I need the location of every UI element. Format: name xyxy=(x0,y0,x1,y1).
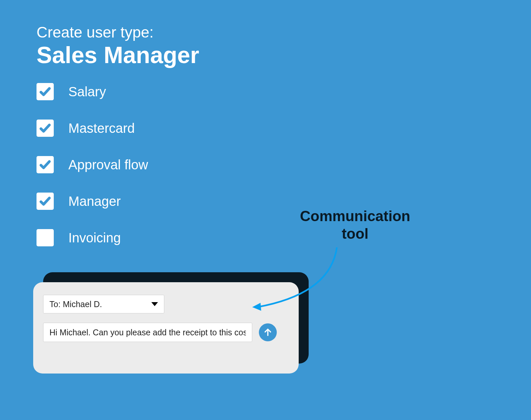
checkbox-salary[interactable] xyxy=(37,83,54,100)
checklist-item-invoicing: Invoicing xyxy=(37,229,148,246)
header-subtitle: Create user type: xyxy=(37,23,199,41)
checklist-label: Approval flow xyxy=(68,157,148,172)
message-row xyxy=(43,323,289,342)
check-icon xyxy=(39,122,51,134)
arrow-up-icon xyxy=(263,328,272,337)
send-button[interactable] xyxy=(259,323,277,341)
checklist-label: Manager xyxy=(68,194,121,209)
recipient-select[interactable]: To: Michael D. xyxy=(43,295,164,313)
message-input[interactable] xyxy=(43,323,252,342)
communication-panel: To: Michael D. xyxy=(33,282,299,374)
checkbox-invoicing[interactable] xyxy=(37,229,54,246)
check-icon xyxy=(39,158,51,171)
checklist-label: Invoicing xyxy=(68,230,121,245)
checklist-item-approval-flow: Approval flow xyxy=(37,156,148,173)
checkbox-mastercard[interactable] xyxy=(37,120,54,137)
permission-checklist: Salary Mastercard Approval flow Manager … xyxy=(37,83,148,246)
checklist-label: Mastercard xyxy=(68,121,135,136)
header-title: Sales Manager xyxy=(37,42,199,68)
checklist-item-salary: Salary xyxy=(37,83,148,100)
check-icon xyxy=(39,85,51,98)
page-header: Create user type: Sales Manager xyxy=(37,23,199,68)
annotation-label: Communication tool xyxy=(297,208,413,243)
checklist-item-mastercard: Mastercard xyxy=(37,120,148,137)
checkbox-approval-flow[interactable] xyxy=(37,156,54,173)
checkbox-manager[interactable] xyxy=(37,193,54,210)
check-icon xyxy=(39,195,51,208)
checklist-label: Salary xyxy=(68,84,106,99)
checklist-item-manager: Manager xyxy=(37,193,148,210)
chevron-down-icon xyxy=(151,302,158,306)
recipient-text: To: Michael D. xyxy=(49,299,102,309)
